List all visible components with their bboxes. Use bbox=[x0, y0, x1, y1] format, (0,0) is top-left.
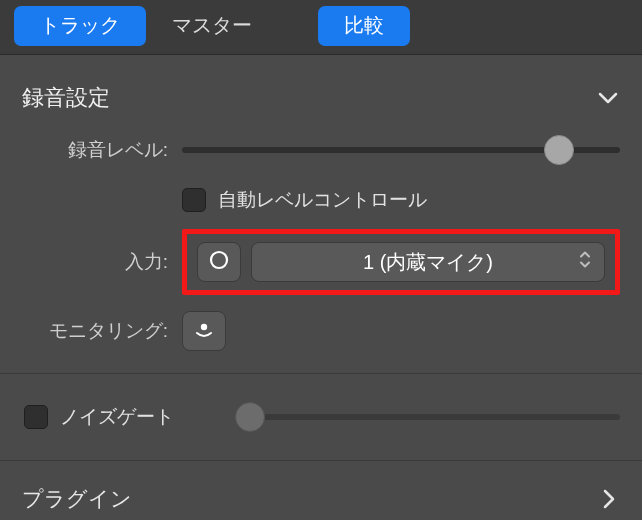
input-source-dropdown[interactable]: 1 (内蔵マイク) bbox=[251, 242, 605, 282]
row-record-level: 録音レベル: bbox=[0, 123, 642, 177]
plugin-label: プラグイン bbox=[22, 485, 132, 513]
row-input: 入力: 1 (内蔵マイク) bbox=[0, 223, 642, 301]
tab-compare[interactable]: 比較 bbox=[318, 6, 410, 46]
slider-thumb[interactable] bbox=[544, 135, 574, 165]
input-channel-button[interactable] bbox=[197, 242, 241, 282]
updown-caret-icon bbox=[578, 250, 592, 275]
auto-level-checkbox[interactable] bbox=[182, 188, 206, 212]
input-highlight-box: 1 (内蔵マイク) bbox=[182, 229, 620, 295]
svg-point-1 bbox=[201, 323, 207, 329]
auto-level-label: 自動レベルコントロール bbox=[218, 187, 427, 213]
section-recording-title: 録音設定 bbox=[22, 83, 110, 113]
record-level-label: 録音レベル: bbox=[22, 137, 182, 163]
section-recording-header[interactable]: 録音設定 bbox=[0, 55, 642, 123]
input-label: 入力: bbox=[22, 249, 182, 275]
svg-point-0 bbox=[211, 252, 227, 268]
monitoring-label: モニタリング: bbox=[22, 318, 182, 344]
chevron-down-icon bbox=[596, 86, 620, 110]
noise-gate-checkbox[interactable] bbox=[24, 405, 48, 429]
slider-track bbox=[250, 414, 620, 420]
section-plugin: プラグイン bbox=[0, 461, 642, 520]
row-monitoring: モニタリング: bbox=[0, 301, 642, 373]
row-noise-gate: ノイズゲート bbox=[0, 374, 642, 460]
row-plugin[interactable]: プラグイン bbox=[0, 461, 642, 520]
tab-track[interactable]: トラック bbox=[14, 6, 146, 46]
record-level-slider[interactable] bbox=[182, 133, 620, 167]
noise-gate-slider[interactable] bbox=[250, 400, 620, 434]
noise-gate-label: ノイズゲート bbox=[60, 404, 210, 430]
tab-master[interactable]: マスター bbox=[146, 6, 278, 46]
tab-bar: トラック マスター 比較 bbox=[0, 0, 642, 55]
row-auto-level: 自動レベルコントロール bbox=[0, 177, 642, 223]
slider-thumb[interactable] bbox=[235, 402, 265, 432]
section-noise-gate: ノイズゲート bbox=[0, 374, 642, 461]
monitoring-button[interactable] bbox=[182, 311, 226, 351]
circle-icon bbox=[208, 249, 230, 276]
chevron-right-icon bbox=[598, 488, 620, 510]
monitoring-icon bbox=[192, 317, 216, 346]
input-source-value: 1 (内蔵マイク) bbox=[363, 249, 493, 276]
section-recording: 録音設定 録音レベル: 自動レベルコントロール 入力: bbox=[0, 55, 642, 374]
